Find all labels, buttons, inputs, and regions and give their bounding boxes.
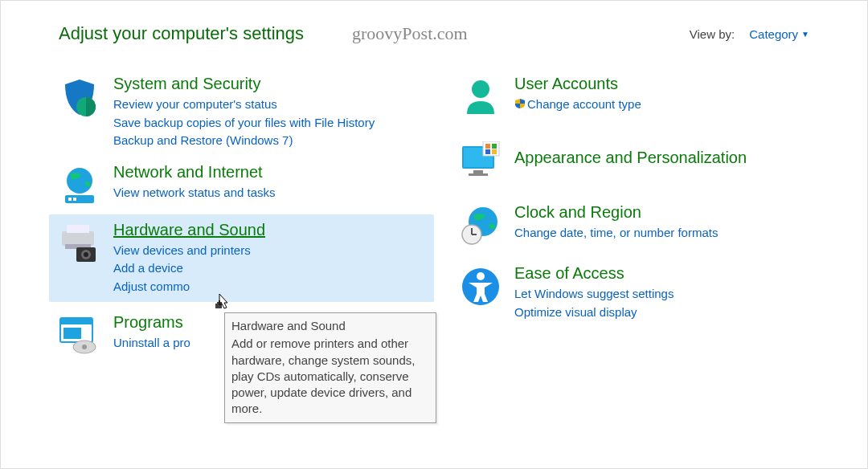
view-by: View by: Category ▼ — [690, 27, 809, 41]
header: Adjust your computer's settings groovyPo… — [1, 1, 867, 52]
svg-rect-13 — [63, 328, 81, 339]
svg-point-32 — [477, 272, 485, 280]
svg-rect-24 — [492, 144, 497, 149]
svg-point-16 — [82, 345, 87, 349]
view-by-label: View by: — [690, 27, 735, 41]
svg-rect-26 — [492, 149, 497, 154]
link-change-account-text: Change account type — [527, 97, 641, 111]
svg-rect-20 — [473, 170, 483, 173]
link-network-status[interactable]: View network status and tasks — [113, 184, 276, 202]
svg-point-17 — [472, 80, 489, 98]
category-title-appearance[interactable]: Appearance and Personalization — [514, 149, 747, 167]
svg-rect-25 — [485, 149, 490, 154]
category-title-clock[interactable]: Clock and Region — [514, 203, 718, 222]
link-optimize-display[interactable]: Optimize visual display — [514, 304, 674, 322]
category-title-user[interactable]: User Accounts — [514, 75, 641, 93]
svg-rect-6 — [67, 225, 89, 233]
chevron-down-icon: ▼ — [801, 30, 809, 39]
link-suggest-settings[interactable]: Let Windows suggest settings — [514, 285, 674, 304]
category-appearance: Appearance and Personalization — [450, 133, 835, 190]
globe-icon — [57, 163, 102, 208]
link-uninstall[interactable]: Uninstall a pro — [113, 334, 190, 353]
category-title-ease[interactable]: Ease of Access — [514, 264, 674, 283]
link-change-account[interactable]: Change account type — [514, 96, 641, 114]
category-title-system[interactable]: System and Security — [113, 75, 375, 93]
view-by-dropdown[interactable]: Category ▼ — [749, 27, 809, 41]
tooltip-title: Hardware and Sound — [231, 318, 429, 334]
svg-rect-5 — [62, 231, 94, 246]
category-hardware: Hardware and Sound View devices and prin… — [49, 214, 434, 303]
monitor-icon — [458, 139, 503, 184]
svg-point-10 — [84, 252, 88, 257]
svg-rect-21 — [469, 173, 488, 176]
category-clock: Clock and Region Change date, time, or n… — [450, 197, 835, 255]
category-ease: Ease of Access Let Windows suggest setti… — [450, 258, 835, 328]
printer-icon — [57, 221, 102, 266]
category-title-programs[interactable]: Programs — [113, 313, 190, 332]
link-review-status[interactable]: Review your computer's status — [113, 96, 375, 114]
accessibility-icon — [458, 264, 503, 309]
tooltip-body: Add or remove printers and other hardwar… — [231, 336, 429, 417]
category-user-accounts: User Accounts Change account type — [450, 68, 835, 126]
watermark: groovyPost.com — [352, 23, 468, 44]
category-title-network[interactable]: Network and Internet — [113, 163, 276, 181]
link-change-date[interactable]: Change date, time, or number formats — [514, 224, 718, 243]
category-system: System and Security Review your computer… — [49, 68, 434, 157]
programs-icon — [57, 313, 102, 358]
category-network: Network and Internet View network status… — [49, 157, 434, 214]
link-view-devices[interactable]: View devices and printers — [113, 242, 265, 260]
clock-globe-icon — [458, 203, 503, 248]
link-backup-restore[interactable]: Backup and Restore (Windows 7) — [113, 132, 375, 150]
svg-rect-4 — [73, 198, 76, 201]
uac-shield-icon — [514, 96, 526, 115]
link-add-device[interactable]: Add a device — [113, 259, 265, 278]
user-icon — [458, 75, 503, 120]
svg-point-1 — [67, 168, 92, 194]
svg-rect-12 — [60, 318, 92, 324]
category-title-hardware[interactable]: Hardware and Sound — [113, 221, 265, 239]
link-file-history[interactable]: Save backup copies of your files with Fi… — [113, 114, 375, 133]
link-adjust-mobility[interactable]: Adjust commo — [113, 278, 265, 296]
view-by-value: Category — [749, 27, 798, 41]
shield-icon — [57, 75, 102, 120]
svg-rect-3 — [68, 198, 72, 201]
svg-rect-23 — [485, 144, 490, 149]
page-title: Adjust your computer's settings — [59, 23, 304, 44]
tooltip: Hardware and Sound Add or remove printer… — [224, 312, 436, 423]
